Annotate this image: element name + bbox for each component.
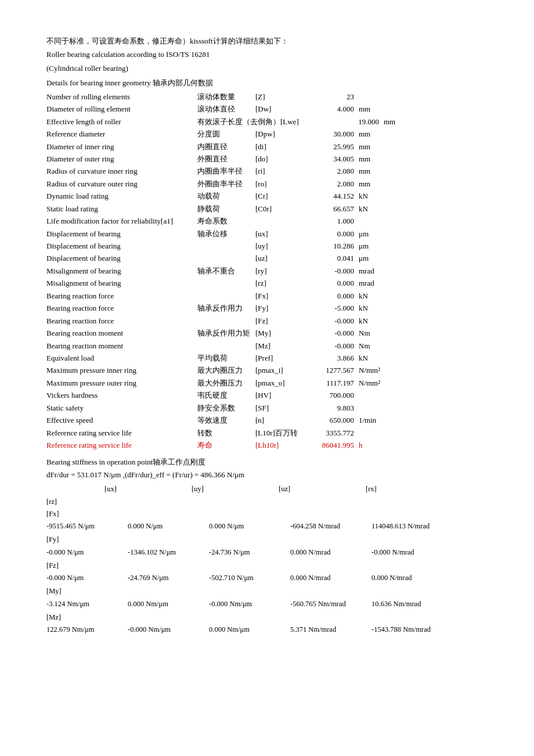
- row-label-cn: 有效滚子长度（去倒角）: [197, 116, 280, 128]
- matrix-cell-value: 0.000 Nm/μm: [128, 598, 197, 610]
- matrix-data-row: [Fz]-0.000 N/μm-24.769 N/μm-502.710 N/μm…: [46, 560, 499, 585]
- row-value: 30.000: [302, 128, 354, 140]
- matrix-col-header: [rz]: [46, 496, 122, 508]
- row-label-cn: 最大内圈压力: [197, 364, 255, 376]
- row-param-code: [L10r]百万转: [255, 427, 302, 439]
- matrix-data-row: [Mz]122.679 Nm/μm-0.000 Nm/μm0.000 Nm/μm…: [46, 611, 499, 636]
- matrix-cell-value: -1346.102 N/μm: [128, 546, 197, 559]
- matrix-cell-value: 0.000 N/μm: [209, 520, 279, 532]
- row-label-en: Radius of curvature outer ring: [46, 178, 197, 190]
- row-value: 0.000: [302, 277, 354, 289]
- table-row: Vickers hardness韦氏硬度[HV]700.000: [46, 389, 499, 401]
- row-unit: mm: [359, 153, 370, 165]
- matrix-cell-value: -502.710 N/μm: [209, 572, 279, 584]
- row-label-en: Diameter of rolling element: [46, 103, 197, 115]
- row-unit: kN: [359, 190, 368, 202]
- table-row: Displacement of bearing[uz]0.041μm: [46, 252, 499, 264]
- row-param-code: [n]: [255, 414, 302, 426]
- table-row: Bearing reaction moment轴承反作用力矩[My]-0.000…: [46, 327, 499, 339]
- row-param-code: [uy]: [255, 240, 302, 252]
- row-unit: μm: [359, 252, 369, 264]
- row-label-cn: 寿命系数: [197, 215, 255, 227]
- row-value: 44.152: [302, 190, 354, 202]
- stiffness-section: Bearing stiffness in operation point轴承工作…: [46, 456, 499, 481]
- table-row: Dynamic load rating动载荷[Cr]44.152kN: [46, 190, 499, 202]
- matrix-col-header: [ux]: [104, 483, 180, 495]
- row-value: 66.657: [302, 203, 354, 215]
- row-label-en: Displacement of bearing: [46, 240, 197, 252]
- row-param-code: [di]: [255, 141, 302, 153]
- matrix-col-header: [rx]: [366, 483, 441, 495]
- row-value: 1117.197: [302, 377, 354, 389]
- row-param-code: [ri]: [255, 165, 302, 177]
- row-value: -0.000: [302, 327, 354, 339]
- row-label-cn: 滚动体直径: [197, 103, 255, 115]
- row-label-en: Displacement of bearing: [46, 228, 197, 240]
- row-param-code: [Dw]: [255, 103, 302, 115]
- row-unit: kN: [359, 302, 368, 314]
- row-param-code: [Lh10r]: [255, 439, 302, 451]
- row-value: 1.000: [302, 215, 354, 227]
- row-param-code: [Fx]: [255, 290, 302, 302]
- table-row: Effective speed等效速度[n]650.0001/min: [46, 414, 499, 426]
- table-row: Static load rating静载荷[C0r]66.657kN: [46, 203, 499, 215]
- row-unit: N/mm²: [359, 377, 380, 389]
- row-label-en: Maximum pressure inner ring: [46, 364, 197, 376]
- row-label-cn: 转数: [197, 427, 255, 439]
- row-value: 19.000: [327, 116, 379, 128]
- matrix-cell-value: -0.000 N/μm: [46, 546, 116, 559]
- matrix-row-label: [Fy]: [46, 534, 78, 546]
- row-value: -0.000: [302, 265, 354, 277]
- row-label-cn: 静载荷: [197, 203, 255, 215]
- row-param-code: [Fz]: [255, 315, 302, 327]
- row-label-en: Displacement of bearing: [46, 252, 197, 264]
- row-label-en: Static load rating: [46, 203, 197, 215]
- matrix-header-row: [ux][uy][uz][rx][rz]: [46, 483, 499, 508]
- row-value: 0.041: [302, 252, 354, 264]
- row-value: 3.866: [302, 352, 354, 364]
- row-label-cn: 韦氏硬度: [197, 389, 255, 401]
- table-row: Displacement of bearing[uy]10.286μm: [46, 240, 499, 252]
- matrix-cell-value: 10.636 Nm/mrad: [371, 598, 441, 610]
- intro-line2: Roller bearing calculation according to …: [46, 48, 499, 60]
- row-label-en: Effective length of roller: [46, 116, 197, 128]
- row-param-code: [ux]: [255, 228, 302, 240]
- row-param-code: [Lwe]: [280, 116, 327, 128]
- row-param-code: [Cr]: [255, 190, 302, 202]
- matrix-cell-value: 122.679 Nm/μm: [46, 624, 116, 636]
- row-value: -5.000: [302, 302, 354, 314]
- row-param-code: [do]: [255, 153, 302, 165]
- row-value: 9.803: [302, 402, 354, 414]
- table-row: Diameter of outer ring外圈直径[do]34.005mm: [46, 153, 499, 165]
- row-label-cn: 内圈直径: [197, 141, 255, 153]
- row-label-en: Bearing reaction force: [46, 315, 197, 327]
- row-unit: kN: [359, 290, 368, 302]
- row-value: 4.000: [302, 103, 354, 115]
- row-label-cn: 等效速度: [197, 414, 255, 426]
- table-row: Number of rolling elements滚动体数量[Z]23: [46, 91, 499, 103]
- row-label-en: Life modification factor for reliability…: [46, 215, 197, 227]
- row-value: -0.000: [302, 340, 354, 352]
- row-value: 2.080: [302, 178, 354, 190]
- matrix-cell-value: -0.000 Nm/μm: [128, 624, 197, 636]
- intro-line3: (Cylindrical roller bearing): [46, 62, 499, 74]
- row-param-code: [ry]: [255, 265, 302, 277]
- matrix-cell-value: -24.736 N/μm: [209, 546, 279, 559]
- row-label-cn: 外圈直径: [197, 153, 255, 165]
- row-label-en: Reference rating service life: [46, 427, 197, 439]
- row-label-en: Equivalent load: [46, 352, 197, 364]
- table-row: Bearing reaction moment[Mz]-0.000Nm: [46, 340, 499, 352]
- matrix-cell-value: -9515.465 N/μm: [46, 520, 116, 532]
- row-label-en: Bearing reaction moment: [46, 340, 197, 352]
- row-unit: μm: [359, 240, 369, 252]
- row-label-en: Static safety: [46, 402, 197, 414]
- matrix-cell-value: 0.000 N/mrad: [290, 546, 360, 559]
- table-row: Radius of curvature outer ring外圈曲率半径[ro]…: [46, 178, 499, 190]
- row-label-en: Misalignment of bearing: [46, 265, 197, 277]
- row-label-en: Dynamic load rating: [46, 190, 197, 202]
- matrix-data-row: [Fy]-0.000 N/μm-1346.102 N/μm-24.736 N/μ…: [46, 534, 499, 559]
- table-row: Bearing reaction force[Fz]-0.000kN: [46, 315, 499, 327]
- matrix-cell-value: -0.000 N/μm: [46, 572, 116, 584]
- row-value: 34.005: [302, 153, 354, 165]
- table-row: Bearing reaction force轴承反作用力[Fy]-5.000kN: [46, 302, 499, 314]
